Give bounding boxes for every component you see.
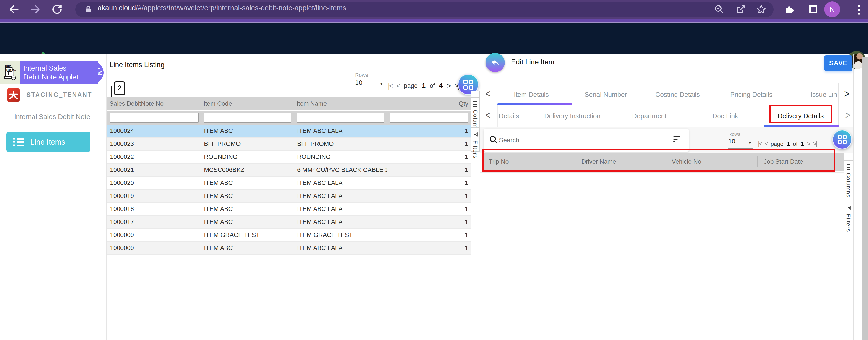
share-icon[interactable] — [735, 4, 746, 15]
next-page-icon[interactable]: > — [447, 82, 451, 90]
cell-qty: 1 — [387, 205, 471, 213]
scrollbar[interactable] — [862, 57, 868, 340]
table-row[interactable]: 1000018ITEM ABCITEM ABC LALA1 — [107, 203, 471, 216]
tabs-scroll-left-icon[interactable]: < — [486, 88, 490, 100]
table-row[interactable]: 1000019ITEM ABCITEM ABC LALA1 — [107, 190, 471, 203]
cell-item-name: ITEM ABC LALA — [294, 245, 387, 252]
search-input[interactable] — [499, 134, 636, 146]
url-host: akaun.cloud — [98, 4, 136, 12]
of-label: of — [430, 82, 435, 89]
panel-next-page-icon[interactable]: > — [807, 140, 810, 147]
zoom-out-icon[interactable] — [714, 4, 725, 15]
tab-costing-details[interactable]: Costing Details — [655, 91, 700, 98]
subtabs-scroll-right-icon[interactable]: > — [845, 109, 849, 121]
grip-icon — [846, 164, 850, 170]
first-page-icon[interactable]: |< — [388, 82, 392, 90]
cell-sales-debitnote-no: 1000019 — [107, 193, 201, 200]
table-row[interactable]: 1000023BFF PROMOBFF PROMO1 — [107, 138, 471, 151]
back-button[interactable] — [486, 53, 505, 72]
funnel-icon — [472, 132, 478, 137]
column-header-qty[interactable]: Qty — [459, 100, 468, 107]
panel-grid-view-button[interactable] — [832, 130, 852, 149]
table-pagination: |< < page 1 of 4 > >| — [388, 80, 459, 91]
cell-qty: 1 — [387, 153, 471, 161]
applet-title-line2: Debit Note Applet — [23, 73, 98, 82]
columns-side-tab[interactable]: Columns — [471, 97, 479, 127]
save-button[interactable]: SAVE — [824, 56, 852, 71]
browser-back-icon[interactable] — [8, 3, 20, 15]
funnel-icon — [845, 205, 851, 210]
dropdown-caret-icon: ▼ — [379, 82, 383, 86]
cell-sales-debitnote-no: 1000023 — [107, 140, 201, 147]
panel-columns-side-tab[interactable]: Columns — [844, 160, 853, 198]
prev-page-icon[interactable]: < — [396, 82, 400, 90]
table-row[interactable]: 1000009ITEM GRACE TESTITEM GRACE TEST1 — [107, 229, 471, 242]
cell-sales-debitnote-no: 1000020 — [107, 179, 201, 187]
tab-issue-link[interactable]: Issue Lin — [810, 91, 837, 98]
panel-rows-per-page-label: Rows — [728, 132, 740, 137]
filter-sort-icon[interactable] — [673, 136, 680, 143]
column-header-item-name[interactable]: Item Name — [297, 100, 327, 107]
side-panel-icon[interactable] — [808, 4, 819, 15]
subtab-department[interactable]: Department — [632, 112, 667, 120]
browser-chrome: akaun.cloud/#/applets/tnt/wavelet/erp/in… — [0, 0, 868, 19]
rows-per-page-value: 10 — [355, 79, 362, 86]
panel-rows-per-page-select[interactable]: 10 ▼ — [728, 138, 752, 149]
profile-initial: N — [830, 5, 835, 14]
panel-filters-side-tab[interactable]: Filters — [844, 201, 853, 228]
rows-per-page-select[interactable]: 10 ▼ — [355, 79, 384, 90]
browser-forward-icon[interactable] — [29, 3, 41, 15]
dropdown-caret-icon: ▼ — [748, 141, 752, 145]
cell-item-code: ITEM ABC — [201, 179, 294, 187]
filters-side-tab[interactable]: Filters — [471, 128, 479, 152]
panel-rows-per-page-value: 10 — [728, 138, 735, 145]
panel-page-label: page — [771, 141, 783, 147]
column-header-item-code[interactable]: Item Code — [204, 100, 232, 107]
cell-sales-debitnote-no: 1000021 — [107, 167, 201, 173]
panel-current-page: 1 — [786, 140, 790, 147]
filter-input-item-name[interactable] — [297, 113, 384, 123]
applet-icon[interactable]: DEBIT DEBIT Note. — [0, 61, 20, 84]
subtab-delivery-instruction[interactable]: Delivery Instruction — [544, 112, 600, 120]
table-row[interactable]: 1000021MCSC006BKZ6 MM² CU/PVC BLACK CABL… — [107, 164, 471, 177]
extensions-puzzle-icon[interactable] — [783, 4, 795, 15]
table-row[interactable]: 1000022ROUNDINGROUNDING1 — [107, 151, 471, 164]
bookmark-star-icon[interactable] — [756, 4, 767, 15]
cell-qty: 1 — [387, 245, 471, 252]
applet-title-banner[interactable]: Internal Sales Debit Note Applet — [20, 61, 98, 84]
table-row[interactable]: 1000024ITEM ABCITEM ABC LALA1 — [107, 125, 471, 138]
tenant-logo-icon[interactable] — [7, 88, 20, 102]
browser-menu-icon[interactable] — [858, 4, 860, 16]
panel-prev-page-icon[interactable]: < — [765, 140, 768, 147]
filter-input-qty[interactable] — [390, 113, 468, 123]
table-row[interactable]: 1000009ITEM ABCITEM ABC LALA1 — [107, 242, 471, 255]
tab-item-details[interactable]: Item Details — [514, 91, 549, 98]
cell-sales-debitnote-no: 1000009 — [107, 231, 201, 238]
active-tab-underline — [497, 103, 572, 105]
panel-last-page-icon[interactable]: >| — [813, 140, 817, 147]
subtab-doc-link[interactable]: Doc Link — [712, 112, 738, 120]
filter-input-item-code[interactable] — [204, 113, 291, 123]
cell-item-name: 6 MM² CU/PVC BLACK CABLE 1... — [294, 167, 387, 173]
browser-reload-icon[interactable] — [51, 3, 63, 15]
tenant-name[interactable]: STAGING_TENANT — [27, 91, 92, 98]
tab-pricing-details[interactable]: Pricing Details — [730, 91, 772, 98]
subtab-details[interactable]: Details — [499, 112, 519, 120]
sidebar-item-line-items[interactable]: Line Items — [6, 132, 90, 152]
theme-strip — [0, 19, 868, 22]
cell-item-name: ITEM ABC LALA — [294, 205, 387, 213]
tabs-scroll-right-icon[interactable]: > — [844, 88, 848, 100]
multi-select-icon[interactable]: 2 — [114, 81, 125, 95]
annotation-box-delivery-details — [769, 105, 832, 123]
cell-qty: 1 — [387, 128, 471, 135]
browser-profile-avatar[interactable]: N — [824, 1, 840, 17]
column-header-sales-debitnote-no[interactable]: Sales DebitNote No — [110, 100, 164, 107]
panel-first-page-icon[interactable]: |< — [758, 140, 762, 147]
table-row[interactable]: 1000020ITEM ABCITEM ABC LALA1 — [107, 177, 471, 190]
table-row[interactable]: 1000017ITEM ABCITEM ABC LALA1 — [107, 216, 471, 229]
filter-input-sales-debitnote-no[interactable] — [110, 113, 198, 123]
cell-item-name: ITEM ABC LALA — [294, 179, 387, 187]
subtabs-scroll-left-icon[interactable]: < — [486, 109, 490, 121]
page-title: Line Items Listing — [110, 61, 164, 69]
tab-serial-number[interactable]: Serial Number — [585, 91, 627, 98]
